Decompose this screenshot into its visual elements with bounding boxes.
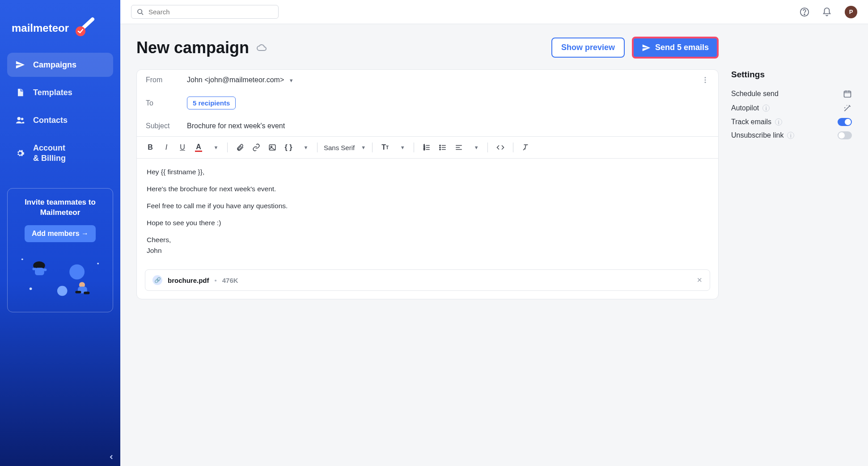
info-icon[interactable]: i [775, 118, 782, 126]
body-line: Here's the brochure for next week's even… [147, 184, 708, 194]
user-avatar[interactable]: P [845, 6, 857, 18]
body-line: Hey {{ firstname }}, [147, 167, 708, 177]
svg-rect-15 [84, 292, 89, 294]
page-title: New campaign [136, 38, 249, 57]
track-emails-toggle[interactable] [838, 118, 852, 126]
from-label: From [146, 76, 178, 84]
svg-point-2 [21, 118, 24, 121]
setting-unsubscribe: Unsubscribe link i [731, 129, 852, 142]
from-value[interactable]: John <john@mailmeteor.com> ▼ [187, 76, 294, 84]
sidebar-item-templates[interactable]: Templates [7, 80, 113, 105]
attachment-icon: 🔗 [152, 275, 162, 285]
sidebar-nav: Campaigns Templates Contacts Account & B… [7, 53, 113, 170]
sidebar-item-label: Templates [33, 88, 72, 97]
font-size-button[interactable]: TT [379, 141, 391, 154]
remove-attachment-button[interactable]: ✕ [697, 276, 703, 284]
variable-dropdown-icon[interactable]: ▼ [298, 141, 311, 154]
recipients-chip[interactable]: 5 recipients [187, 97, 236, 109]
svg-rect-14 [75, 291, 81, 294]
cloud-saved-icon [256, 42, 267, 53]
sidebar-item-label: Account & Billing [33, 143, 66, 163]
invite-card: Invite teammates to Mailmeteor Add membe… [7, 188, 113, 312]
chevron-down-icon: ▼ [361, 145, 366, 150]
body-line: Hope to see you there :) [147, 218, 708, 228]
info-icon[interactable]: i [787, 132, 794, 139]
text-color-button[interactable]: A [192, 141, 205, 154]
image-button[interactable] [266, 141, 279, 154]
sidebar-item-account[interactable]: Account & Billing [7, 136, 113, 170]
attachment-name[interactable]: brochure.pdf [168, 277, 209, 284]
clear-format-button[interactable] [520, 141, 532, 154]
svg-point-3 [69, 264, 85, 280]
underline-button[interactable]: U [176, 141, 189, 154]
brand-name: mailmeteor [12, 22, 69, 34]
brand-logo[interactable]: mailmeteor [7, 8, 113, 53]
add-members-button[interactable]: Add members → [25, 225, 96, 242]
align-button[interactable] [453, 141, 465, 154]
to-row: To 5 recipients [137, 90, 718, 116]
sidebar-item-label: Campaigns [33, 60, 76, 70]
email-body-editor[interactable]: Hey {{ firstname }}, Here's the brochure… [137, 159, 718, 264]
collapse-sidebar-button[interactable] [108, 453, 115, 461]
svg-text:3: 3 [423, 148, 425, 151]
svg-point-20 [705, 80, 706, 81]
setting-label: Unsubscribe link [731, 131, 783, 139]
search-box[interactable] [131, 5, 279, 19]
invite-title: Invite teammates to Mailmeteor [14, 197, 106, 218]
send-icon [15, 60, 25, 70]
svg-point-21 [705, 82, 706, 83]
calendar-icon[interactable] [843, 89, 852, 98]
attachment-size: 476K [222, 277, 238, 284]
font-size-dropdown-icon[interactable]: ▼ [395, 141, 407, 154]
link-button[interactable] [250, 141, 263, 154]
composer: From John <john@mailmeteor.com> ▼ To 5 r… [136, 69, 719, 299]
sidebar-item-contacts[interactable]: Contacts [7, 108, 113, 132]
to-label: To [146, 99, 178, 107]
from-row: From John <john@mailmeteor.com> ▼ [137, 70, 718, 90]
color-dropdown-icon[interactable]: ▼ [208, 141, 221, 154]
sidebar-item-label: Contacts [33, 116, 68, 125]
code-button[interactable] [494, 141, 507, 154]
help-icon[interactable] [799, 7, 810, 17]
document-icon [15, 88, 25, 97]
settings-title: Settings [731, 70, 852, 80]
unordered-list-button[interactable] [436, 141, 449, 154]
subject-value[interactable]: Brochure for next week's event [187, 122, 285, 130]
chevron-down-icon: ▼ [289, 78, 294, 83]
sidebar-item-campaigns[interactable]: Campaigns [7, 53, 113, 77]
topbar: P [120, 0, 868, 24]
variable-button[interactable]: { } [282, 141, 295, 154]
align-dropdown-icon[interactable]: ▼ [469, 141, 481, 154]
send-icon [642, 43, 651, 52]
people-icon [15, 115, 25, 125]
bell-icon[interactable] [821, 7, 832, 17]
search-icon [137, 8, 144, 16]
setting-label: Autopilot [731, 104, 759, 112]
compose-more-menu[interactable] [701, 76, 709, 84]
search-input[interactable] [148, 8, 273, 16]
attach-button[interactable] [234, 141, 246, 154]
svg-point-28 [440, 147, 440, 148]
send-emails-button[interactable]: Send 5 emails [632, 37, 719, 59]
italic-button[interactable]: I [160, 141, 173, 154]
ordered-list-button[interactable]: 123 [420, 141, 433, 154]
unsubscribe-toggle[interactable] [838, 131, 852, 139]
meteor-icon [72, 17, 95, 39]
attachment-row: 🔗 brochure.pdf • 476K ✕ [145, 269, 710, 291]
svg-point-16 [138, 9, 142, 13]
show-preview-button[interactable]: Show preview [551, 38, 625, 58]
font-family-select[interactable]: Sans Serif ▼ [324, 144, 366, 151]
info-icon[interactable]: i [762, 105, 770, 112]
invite-illustration [14, 249, 106, 303]
svg-rect-10 [32, 268, 36, 270]
body-signature: Cheers, John [147, 235, 708, 256]
setting-schedule[interactable]: Schedule send [731, 87, 852, 101]
setting-autopilot[interactable]: Autopilot i [731, 101, 852, 115]
wand-icon[interactable] [843, 104, 852, 113]
svg-point-1 [17, 117, 21, 120]
font-name: Sans Serif [324, 144, 355, 151]
page-header: New campaign Show preview Send 5 emails [136, 37, 719, 59]
signature-line: John [147, 247, 162, 254]
invite-title-line1: Invite teammates to [25, 198, 96, 206]
bold-button[interactable]: B [144, 141, 157, 154]
